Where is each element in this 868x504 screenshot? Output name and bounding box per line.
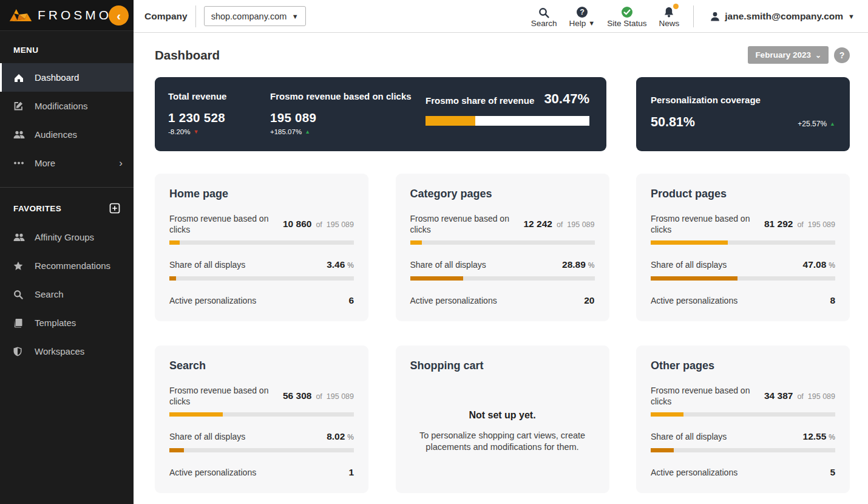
app-window: FROSMO ‹ MENU Dashboard Modifications	[0, 0, 868, 504]
share-bar-fill	[651, 448, 674, 452]
active-metric: Active personalizations 1	[169, 467, 354, 478]
coverage-row: 50.81% +25.57% ▲	[651, 115, 835, 130]
coverage-value: 50.81%	[651, 115, 695, 130]
user-email: jane.smith@company.com	[725, 11, 843, 22]
period-label: February 2023	[755, 50, 811, 60]
sidebar-item-label: Templates	[35, 318, 76, 328]
metric-value: 12 242of 195 089	[524, 219, 595, 230]
metric-value: 6	[348, 295, 354, 306]
svg-text:?: ?	[580, 8, 585, 16]
sidebar-item-templates[interactable]: Templates	[0, 308, 134, 337]
triangle-up-icon: ▲	[305, 129, 310, 135]
search-button[interactable]: Search	[525, 4, 563, 29]
card-title: Shopping cart	[410, 359, 595, 372]
revenue-metric: Frosmo revenue based on clicks 12 242of …	[410, 213, 595, 245]
metric-label: Share of all displays	[410, 259, 486, 270]
metric-label: Share of all displays	[169, 259, 245, 270]
sidebar-collapse-button[interactable]: ‹	[109, 5, 129, 26]
card-other-pages: Other pages Frosmo revenue based on clic…	[636, 346, 850, 493]
total-revenue-label: Total revenue	[168, 91, 270, 101]
sidebar-item-dashboard[interactable]: Dashboard	[0, 63, 134, 92]
dashboard-content: Dashboard February 2023 ⌄ ? Total revenu…	[134, 33, 868, 504]
delta-value: -8.20%	[168, 128, 190, 135]
site-selector-value: shop.company.com	[211, 12, 287, 21]
main-area: Company shop.company.com ▼ Search ? Hel	[134, 0, 868, 504]
ellipsis-icon	[13, 158, 25, 168]
frosmo-revenue-block: Frosmo revenue based on clicks 195 089 +…	[270, 91, 426, 151]
metric-label: Active personalizations	[651, 295, 737, 306]
sidebar-item-label: Search	[35, 289, 64, 299]
metric-label: Share of all displays	[169, 431, 245, 442]
add-favorite-button[interactable]	[109, 202, 121, 214]
sidebar-item-affinity-groups[interactable]: Affinity Groups	[0, 223, 134, 251]
active-metric: Active personalizations 5	[651, 467, 835, 478]
page-title: Dashboard	[155, 48, 220, 63]
sidebar-item-more[interactable]: More ›	[0, 149, 134, 177]
empty-state: Not set up yet. To personalize shopping …	[410, 410, 595, 453]
caret-down-icon: ▼	[292, 13, 299, 20]
share-metric: Share of all displays 8.02%	[169, 431, 354, 452]
favorites-section-header: FAVORITES	[0, 188, 134, 223]
card-title: Category pages	[410, 188, 595, 200]
help-icon: ?	[576, 5, 588, 18]
metric-label: Frosmo revenue based on clicks	[169, 213, 276, 235]
revenue-bar	[169, 240, 354, 245]
topbar-actions: Search ? Help▼ Site Status	[525, 4, 855, 29]
summary-row: Total revenue 1 230 528 -8.20% ▼ Frosmo …	[155, 77, 850, 151]
metric-label: Active personalizations	[651, 467, 737, 478]
card-title: Search	[169, 359, 354, 372]
sidebar-item-label: Recommendations	[35, 261, 110, 271]
sidebar-item-audiences[interactable]: Audiences	[0, 120, 134, 149]
sidebar-item-label: Audiences	[35, 129, 77, 140]
page-help-button[interactable]: ?	[834, 47, 850, 63]
share-bar-fill	[410, 276, 464, 281]
chevron-down-icon: ⌄	[815, 51, 821, 60]
card-title: Home page	[169, 188, 354, 200]
card-title: Other pages	[651, 359, 835, 372]
delta-value: +185.07%	[270, 128, 302, 135]
metric-value: 12.55%	[803, 431, 835, 442]
sidebar-item-label: Modifications	[35, 101, 88, 111]
topbar: Company shop.company.com ▼ Search ? Hel	[134, 0, 868, 33]
user-menu[interactable]: jane.smith@company.com ▼	[710, 11, 855, 22]
share-bar-fill	[169, 448, 184, 452]
period-selector-button[interactable]: February 2023 ⌄	[748, 46, 829, 64]
favorites-nav: Affinity Groups Recommendations Search T…	[0, 223, 134, 366]
caret-down-icon: ▼	[848, 13, 855, 20]
logo-bar: FROSMO ‹	[0, 0, 134, 31]
news-button[interactable]: News	[653, 4, 685, 29]
metric-value: 81 292of 195 089	[764, 219, 835, 230]
revenue-bar	[651, 240, 835, 245]
sidebar-item-modifications[interactable]: Modifications	[0, 92, 134, 120]
total-revenue-value: 1 230 528	[168, 111, 270, 125]
sidebar-item-recommendations[interactable]: Recommendations	[0, 251, 134, 280]
shield-icon	[13, 346, 25, 356]
share-metric: Share of all displays 3.46%	[169, 259, 354, 280]
empty-state-text: To personalize shopping cart views, crea…	[414, 430, 591, 453]
revenue-bar-fill	[169, 412, 223, 417]
card-shopping-cart: Shopping cart Not set up yet. To persona…	[396, 346, 609, 493]
metric-value: 56 308of 195 089	[283, 390, 354, 401]
sidebar-item-workspaces[interactable]: Workspaces	[0, 337, 134, 366]
sidebar-item-search[interactable]: Search	[0, 280, 134, 308]
search-icon	[538, 5, 549, 18]
brand-name: FROSMO	[38, 8, 112, 22]
triangle-up-icon: ▲	[830, 121, 835, 127]
site-status-button[interactable]: Site Status	[601, 4, 653, 29]
metric-value: 8	[830, 295, 835, 306]
site-selector[interactable]: shop.company.com ▼	[204, 6, 306, 26]
empty-state-title: Not set up yet.	[414, 410, 591, 421]
revenue-bar-fill	[410, 240, 422, 245]
metric-value: 34 387of 195 089	[764, 390, 835, 401]
topbar-divider	[693, 5, 694, 27]
card-title: Product pages	[651, 188, 835, 200]
share-metric: Share of all displays 47.08%	[651, 259, 835, 280]
card-search: Search Frosmo revenue based on clicks 56…	[155, 346, 368, 493]
coverage-label: Personalization coverage	[651, 95, 835, 105]
user-icon	[710, 12, 720, 21]
share-bar	[169, 448, 354, 452]
metric-label: Frosmo revenue based on clicks	[651, 385, 757, 407]
frosmo-revenue-delta: +185.07% ▲	[270, 128, 426, 135]
main-nav: Dashboard Modifications Audiences More	[0, 63, 134, 177]
help-menu[interactable]: ? Help▼	[563, 4, 602, 29]
